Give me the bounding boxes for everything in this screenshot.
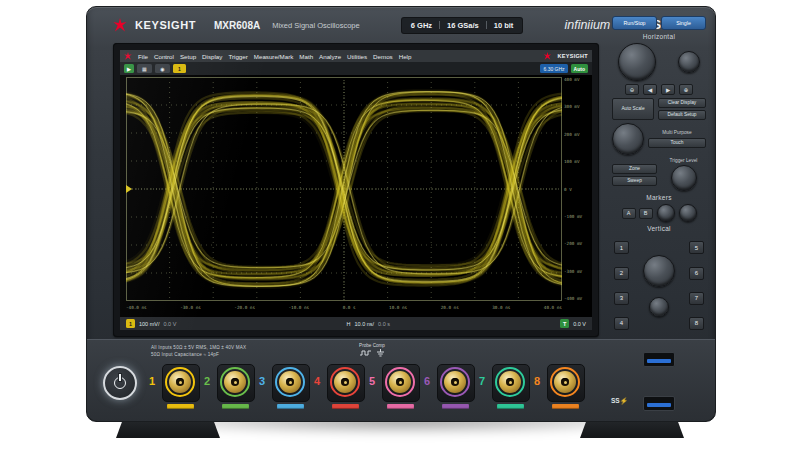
menu-item-demos[interactable]: Demos [373,53,393,60]
menu-item-file[interactable]: File [138,53,148,60]
channel-number-2: 2 [204,375,210,387]
menu-item-utilities[interactable]: Utilities [347,53,367,60]
channel-button-7[interactable]: 7 [689,292,704,305]
channel-button-8[interactable]: 8 [689,317,704,330]
connector-panel: All Inputs 50Ω ± 5V RMS, 1MΩ ± 40V MAX 5… [87,339,715,421]
channel-button-1[interactable]: 1 [614,241,629,254]
nav-button-2[interactable]: ▶ [661,84,675,95]
vertical-scale-knob[interactable] [643,255,675,287]
status-trigger-level[interactable]: 0.0 V [573,321,586,327]
bnc-center [176,378,184,386]
channel-button-4[interactable]: 4 [614,317,629,330]
y-axis-label: -200 mV [564,241,582,246]
marker-button-a[interactable]: A [622,208,636,219]
keysight-spark-icon [113,18,127,32]
menu-item-analyze[interactable]: Analyze [319,53,341,60]
status-channel-chip[interactable]: 1 [126,319,135,328]
status-trigger-chip[interactable]: T [560,319,569,328]
menu-item-control[interactable]: Control [154,53,174,60]
status-ch1-scale[interactable]: 100 mV/ [139,321,159,327]
auto-scale-button[interactable]: Auto Scale [612,98,654,120]
grid-tool-icon[interactable]: ▦ [137,64,152,73]
y-axis-label: 300 mV [564,104,580,109]
trigger-level-knob[interactable] [671,165,697,191]
y-axis-label: 0 V [564,187,572,192]
zone-button[interactable]: Zone [612,164,657,174]
x-axis-label: -20.0 ns [234,305,255,310]
status-h-label: H [347,321,351,327]
channel-group-6: 6 [424,364,478,412]
spec-resolution: 10 bit [494,21,514,30]
bnc-connector-8 [547,364,585,402]
channel-row: 12345678 [149,364,597,414]
cursor-tool-icon[interactable]: ◉ [155,64,170,73]
vertical-left-buttons: 1234 [614,235,629,336]
status-h-scale[interactable]: 10.0 ns/ [354,321,374,327]
bnc-color-ring [220,367,250,397]
run-status-icon[interactable]: ▶ [124,64,134,73]
bnc-color-ring [550,367,580,397]
toolbar: ▶ ▦ ◉ 1 6.30 GHz Auto [120,62,592,75]
run-stop-button[interactable]: Run/Stop [612,16,657,30]
menu-item-measure-mark[interactable]: Measure/Mark [254,53,294,60]
screen: File Control Setup Display Trigger Measu… [113,43,599,337]
power-icon [114,377,126,389]
status-ch1-offset[interactable]: 0.0 V [163,321,176,327]
menu-item-help[interactable]: Help [399,53,412,60]
probe-comp-terminal[interactable]: Probe Comp [349,343,395,357]
status-bar: 1 100 mV/ 0.0 V H 10.0 ns/ 0.0 s T 0.0 V [120,317,592,330]
horizontal-scale-knob[interactable] [618,43,656,81]
bandwidth-chip[interactable]: 6.30 GHz [540,64,567,73]
status-h-delay[interactable]: 0.0 s [378,321,390,327]
probe-interface-strip [167,404,194,409]
menu-item-trigger[interactable]: Trigger [228,53,247,60]
trigger-mode-chip[interactable]: Auto [571,64,588,73]
channel-number-4: 4 [314,375,320,387]
channel-button-2[interactable]: 2 [614,267,629,280]
probe-comp-icons [360,349,385,357]
menu-item-math[interactable]: Math [299,53,313,60]
app-logo-icon [124,52,132,60]
power-button[interactable] [103,366,137,400]
bnc-barrel [169,371,191,393]
nav-button-3[interactable]: ⊕ [679,84,693,95]
usb-ss-logo: SS⚡ [611,397,628,405]
usb-port-bottom[interactable] [643,396,675,411]
single-button[interactable]: Single [661,16,706,30]
bnc-connector-7 [492,364,530,402]
vertical-offset-knob[interactable] [649,297,669,317]
channel-number-8: 8 [534,375,540,387]
horizontal-position-knob[interactable] [678,51,700,73]
bnc-barrel [444,371,466,393]
default-setup-button[interactable]: Default Setup [658,110,706,120]
channel1-chip[interactable]: 1 [173,64,186,73]
menu-item-display[interactable]: Display [202,53,222,60]
touch-button[interactable]: Touch [648,138,706,148]
marker-b-knob[interactable] [679,204,697,222]
spec-sample-rate: 16 GSa/s [447,21,479,30]
waveform-plot[interactable] [126,77,562,301]
bnc-barrel [334,371,356,393]
usb-tongue [647,359,671,363]
usb-port-top[interactable] [643,352,675,367]
marker-a-knob[interactable] [657,204,675,222]
bnc-color-ring [275,367,305,397]
y-axis-label: 400 mV [564,77,580,82]
channel-button-5[interactable]: 5 [689,241,704,254]
product-photo-stage: KEYSIGHT MXR608A Mixed Signal Oscillosco… [0,0,800,450]
inputs-rating-note: All Inputs 50Ω ± 5V RMS, 1MΩ ± 40V MAX [151,345,246,350]
bnc-color-ring [440,367,470,397]
navigate-buttons: ⊖◀▶⊕ [612,84,706,95]
channel-button-6[interactable]: 6 [689,267,704,280]
channel-button-3[interactable]: 3 [614,292,629,305]
bnc-color-ring [330,367,360,397]
menu-item-setup[interactable]: Setup [180,53,196,60]
sweep-button[interactable]: Sweep [612,176,657,186]
nav-button-1[interactable]: ◀ [643,84,657,95]
clear-display-button[interactable]: Clear Display [658,98,706,108]
x-axis-label: 30.0 ns [492,305,510,310]
marker-button-b[interactable]: B [639,208,653,219]
screen-display[interactable]: File Control Setup Display Trigger Measu… [120,50,592,330]
multi-purpose-knob[interactable] [612,123,644,155]
nav-button-0[interactable]: ⊖ [625,84,639,95]
